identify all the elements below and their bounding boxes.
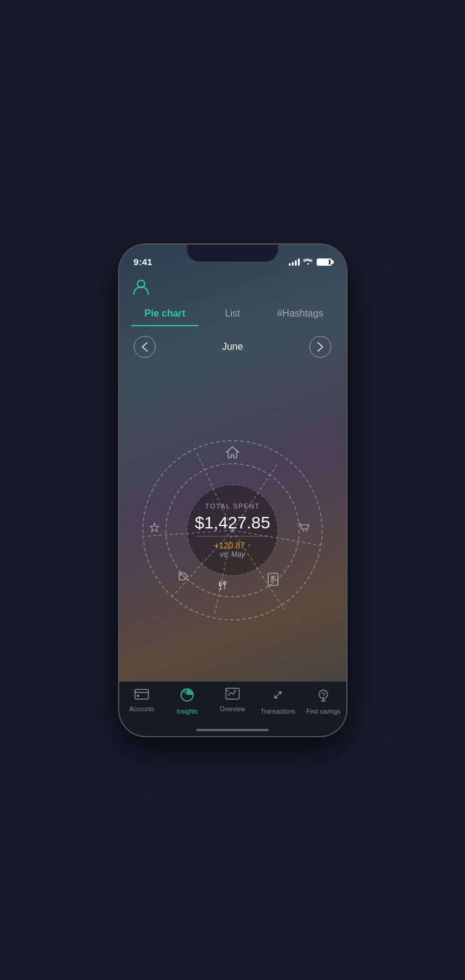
header xyxy=(119,271,346,301)
current-month: June xyxy=(222,341,243,352)
total-spent-label: TOTAL SPENT xyxy=(187,502,278,510)
svg-text:$: $ xyxy=(272,576,274,579)
svg-point-23 xyxy=(180,574,182,576)
battery-icon xyxy=(317,258,332,266)
tab-pie-chart[interactable]: Pie chart xyxy=(131,308,199,326)
tab-list[interactable]: List xyxy=(199,308,266,326)
status-icons xyxy=(289,257,332,266)
home-indicator xyxy=(196,729,269,731)
wifi-icon xyxy=(303,257,313,266)
nav-accounts[interactable]: Accounts xyxy=(119,688,165,712)
svg-point-12 xyxy=(306,530,307,531)
insights-icon xyxy=(180,688,194,706)
accounts-icon xyxy=(134,688,149,703)
find-savings-icon xyxy=(316,688,331,706)
pie-chart-container[interactable]: $ xyxy=(136,433,329,627)
chart-center: TOTAL SPENT $1,427.85 +120.87 ↑ vs. May xyxy=(187,502,278,559)
overview-icon: M 0 xyxy=(225,688,240,703)
tab-bar: Pie chart List #Hashtags xyxy=(119,301,346,326)
star-category-icon xyxy=(150,523,159,532)
tags-category-icon xyxy=(179,573,188,580)
nav-find-savings[interactable]: Find savings xyxy=(301,688,346,715)
chart-area: $ xyxy=(119,380,346,682)
up-arrow-icon: ↑ xyxy=(248,541,251,550)
svg-rect-25 xyxy=(135,689,148,699)
avatar-icon[interactable] xyxy=(131,277,334,301)
bottom-navigation: Accounts Insights M 0 xyxy=(119,682,346,736)
dining-category-icon xyxy=(219,581,226,589)
svg-point-11 xyxy=(303,530,304,531)
svg-text:0: 0 xyxy=(234,689,236,692)
comparison-period: vs. May xyxy=(187,550,278,559)
total-amount: $1,427.85 xyxy=(187,513,278,533)
transactions-label: Transactions xyxy=(261,708,295,715)
nav-transactions[interactable]: Transactions xyxy=(256,688,301,715)
shopping-category-icon xyxy=(298,524,309,531)
nav-insights[interactable]: Insights xyxy=(165,688,210,715)
home-category-icon xyxy=(226,447,239,458)
signal-icon xyxy=(289,258,300,266)
find-savings-label: Find savings xyxy=(306,708,340,715)
svg-rect-27 xyxy=(137,695,139,697)
svg-point-35 xyxy=(323,696,323,697)
next-month-button[interactable] xyxy=(309,336,331,358)
overview-label: Overview xyxy=(220,706,245,712)
accounts-label: Accounts xyxy=(129,706,154,712)
center-divider xyxy=(196,536,269,537)
comparison-amount: +120.87 xyxy=(214,541,245,550)
tab-hashtags[interactable]: #Hashtags xyxy=(266,308,334,326)
nav-overview[interactable]: M 0 Overview xyxy=(210,688,256,712)
month-navigation: June xyxy=(119,326,346,367)
status-time: 9:41 xyxy=(134,257,153,267)
prev-month-button[interactable] xyxy=(134,336,156,358)
insights-label: Insights xyxy=(177,708,197,715)
svg-text:M: M xyxy=(226,689,229,692)
transactions-icon xyxy=(271,688,285,706)
